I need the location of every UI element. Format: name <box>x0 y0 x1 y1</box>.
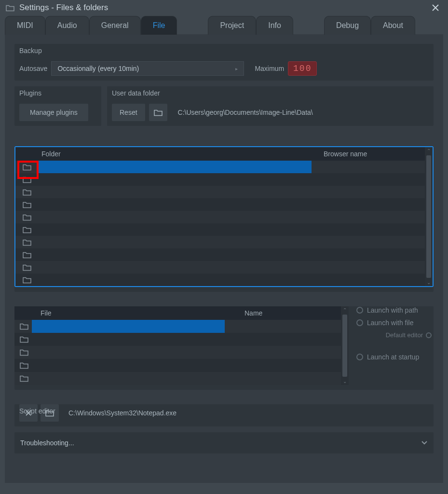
radio-icon <box>356 354 363 360</box>
tab-about[interactable]: About <box>371 16 415 35</box>
scroll-up-icon[interactable]: ⌃ <box>426 147 432 154</box>
folder-row-9[interactable] <box>15 261 425 274</box>
troubleshooting-label: Troubleshooting... <box>20 439 74 447</box>
tool-row-5[interactable] <box>14 372 341 385</box>
radio-icon <box>356 319 363 326</box>
group-label-user-data: User data folder <box>112 89 160 97</box>
browser-folders-list: Folder Browser name <box>14 146 434 287</box>
script-path: C:\Windows\System32\Notepad.exe <box>68 409 176 417</box>
group-label-plugins: Plugins <box>19 89 41 97</box>
browse-userdata-button[interactable] <box>149 104 167 121</box>
folder-row-1[interactable] <box>15 161 425 173</box>
chevron-right-icon: ▸ <box>235 66 238 71</box>
troubleshooting-expander[interactable]: Troubleshooting... <box>14 432 434 453</box>
maximum-label: Maximum <box>255 65 284 72</box>
folder-row-3[interactable] <box>15 186 425 198</box>
folder-icon <box>6 4 14 12</box>
tab-project[interactable]: Project <box>208 16 256 35</box>
chevron-down-icon <box>421 440 428 445</box>
browser-folders-header: Folder Browser name <box>15 147 425 161</box>
group-backup: Backup Autosave Occasionally (every 10mi… <box>14 44 434 81</box>
scroll-down-icon[interactable]: ⌄ <box>342 378 348 385</box>
scroll-thumb[interactable] <box>342 315 347 377</box>
tab-debug[interactable]: Debug <box>324 16 371 35</box>
external-tools-list: File Name <box>14 306 349 385</box>
tab-file[interactable]: File <box>141 16 177 35</box>
group-script-editor: Script editor C:\Windows\System32\Notepa… <box>14 404 434 426</box>
radio-icon <box>426 332 432 338</box>
annotation-highlight <box>17 161 39 179</box>
tool-row-1[interactable] <box>14 320 341 333</box>
autosave-label: Autosave <box>19 65 47 72</box>
col-folder: Folder <box>41 150 324 158</box>
col-name: Name <box>244 309 336 317</box>
folder-row-10[interactable] <box>15 274 425 286</box>
titlebar: Settings - Files & folders <box>0 0 448 15</box>
scroll-up-icon[interactable]: ⌃ <box>342 306 348 314</box>
close-button[interactable] <box>429 3 442 13</box>
folder-row-6[interactable] <box>15 223 425 236</box>
tabs-bar: MIDI Audio General File Project Info Deb… <box>0 15 448 34</box>
group-external-tools: External tools File Name <box>14 306 434 390</box>
scroll-down-icon[interactable]: ⌄ <box>426 279 432 286</box>
manage-plugins-button[interactable]: Manage plugins <box>19 104 88 121</box>
radio-default-editor[interactable]: Default editor <box>356 331 434 339</box>
external-tools-scrollbar[interactable]: ⌃ ⌄ <box>341 306 349 385</box>
scroll-thumb[interactable] <box>426 155 431 278</box>
tool-row-2[interactable] <box>14 333 341 346</box>
tab-midi[interactable]: MIDI <box>5 16 45 35</box>
folder-row-2[interactable] <box>15 173 425 186</box>
folder-row-5[interactable] <box>15 211 425 223</box>
maximum-spinner[interactable]: 100 <box>288 61 317 76</box>
radio-launch-file[interactable]: Launch with file <box>356 319 434 327</box>
tool-row-4[interactable] <box>14 359 341 372</box>
tab-general[interactable]: General <box>89 16 141 35</box>
content-panel: Backup Autosave Occasionally (every 10mi… <box>5 34 443 483</box>
tab-audio[interactable]: Audio <box>45 16 89 35</box>
browser-folders-scrollbar[interactable]: ⌃ ⌄ <box>425 147 433 286</box>
tab-info[interactable]: Info <box>256 16 293 35</box>
col-browser-name: Browser name <box>324 150 420 158</box>
window-title: Settings - Files & folders <box>19 3 108 13</box>
group-browser-folders: Browser extra search folders Folder Brow… <box>14 146 434 292</box>
group-label-backup: Backup <box>19 47 42 55</box>
col-file: File <box>41 309 244 317</box>
group-plugins: Plugins Manage plugins <box>14 86 101 126</box>
group-label-script-editor: Script editor <box>19 407 55 415</box>
radio-launch-startup[interactable]: Launch at startup <box>356 353 434 361</box>
reset-button[interactable]: Reset <box>112 104 145 121</box>
group-user-data: User data folder Reset C:\Users\georg\Do… <box>107 86 434 126</box>
folder-row-7[interactable] <box>15 236 425 248</box>
folder-row-4[interactable] <box>15 198 425 211</box>
autosave-value: Occasionally (every 10min) <box>57 65 139 72</box>
userdata-path: C:\Users\georg\Documents\Image-Line\Data… <box>178 109 313 116</box>
autosave-dropdown[interactable]: Occasionally (every 10min) ▸ <box>51 61 244 76</box>
radio-icon <box>356 307 363 314</box>
folder-icon[interactable] <box>16 323 32 330</box>
tool-row-3[interactable] <box>14 346 341 359</box>
radio-launch-path[interactable]: Launch with path <box>356 306 434 314</box>
external-tools-options: Launch with path Launch with file Defaul… <box>356 306 434 385</box>
folder-row-8[interactable] <box>15 248 425 261</box>
